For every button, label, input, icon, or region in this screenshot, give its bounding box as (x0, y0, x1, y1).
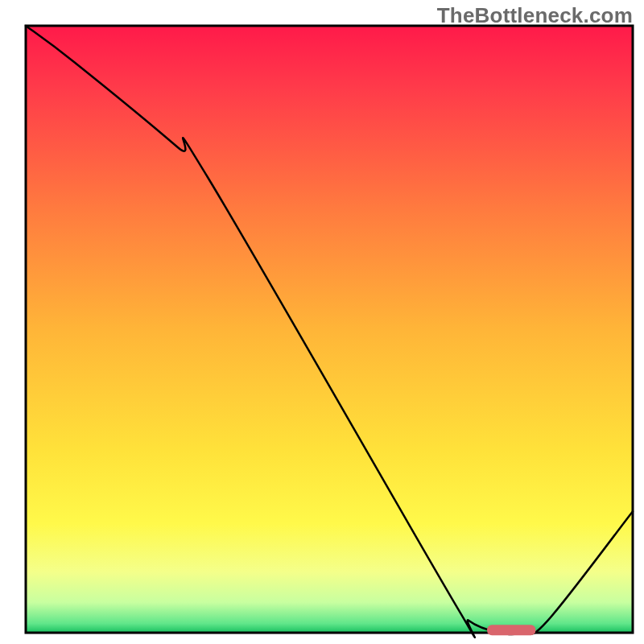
plot-background (26, 26, 633, 633)
chart-container: TheBottleneck.com (0, 0, 644, 644)
watermark-text: TheBottleneck.com (437, 3, 633, 28)
bottleneck-chart (0, 0, 644, 644)
optimal-marker (487, 625, 535, 635)
